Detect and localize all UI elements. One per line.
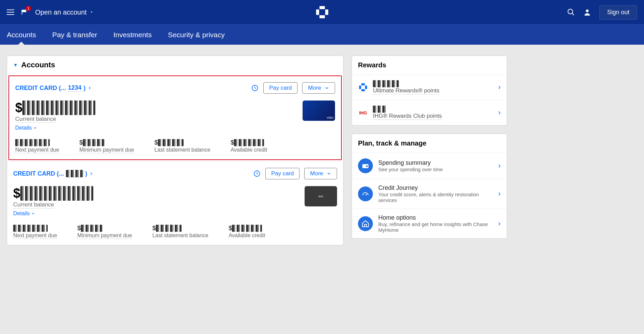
- plan-item-desc: See your spending over time: [378, 166, 493, 172]
- chase-logo-icon: [315, 5, 329, 19]
- svg-rect-11: [361, 89, 365, 91]
- chevron-right-icon: ›: [498, 83, 501, 92]
- svg-rect-1: [325, 9, 328, 15]
- svg-rect-12: [359, 86, 361, 89]
- account-last4: 1234: [68, 84, 81, 92]
- stat-next-payment: ████████ Next payment due: [13, 225, 57, 239]
- plan-item-spending[interactable]: Spending summary See your spending over …: [352, 153, 507, 179]
- account-body: $████████ Current balance Details IHG: [13, 186, 337, 217]
- current-balance-amount: $████████: [13, 186, 93, 201]
- plan-item-credit-journey[interactable]: Credit Journey Your credit score, alerts…: [352, 179, 507, 208]
- plan-item-home-options[interactable]: Home options Buy, refinance and get home…: [352, 208, 507, 238]
- more-button[interactable]: More: [304, 168, 337, 179]
- notifications-button[interactable]: 1: [21, 8, 28, 16]
- plan-text: Spending summary See your spending over …: [378, 159, 493, 172]
- chevron-right-icon: ›: [498, 108, 501, 117]
- accounts-section-title: Accounts: [21, 61, 55, 69]
- stat-available-credit: $███████ Available credit: [231, 139, 267, 153]
- nav-security-privacy[interactable]: Security & privacy: [168, 25, 225, 45]
- top-bar: 1 Open an account Sign out: [0, 0, 644, 24]
- profile-button[interactable]: [583, 8, 591, 16]
- stat-label: Last statement balance: [152, 232, 208, 239]
- card-network-label: IHG: [318, 195, 323, 198]
- account-last4: ████: [66, 170, 83, 177]
- reward-text: ███ IHG® Rewards Club points: [373, 106, 494, 120]
- account-card-1: CREDIT CARD (...1234) Pay card More: [8, 75, 342, 160]
- top-bar-left: 1 Open an account: [7, 8, 94, 16]
- balance-block: $████████ Current balance Details: [13, 186, 93, 217]
- svg-line-5: [572, 13, 574, 15]
- account-stats: ████████ Next payment due $█████ Minimum…: [15, 139, 335, 153]
- plan-item-title: Credit Journey: [378, 184, 493, 192]
- card-image: VISA: [303, 101, 335, 121]
- sign-out-button[interactable]: Sign out: [599, 5, 637, 20]
- stat-last-statement: $██████ Last statement balance: [152, 225, 208, 239]
- nav-accounts[interactable]: Accounts: [7, 25, 36, 45]
- svg-rect-0: [319, 6, 325, 9]
- chevron-down-icon: [325, 86, 329, 90]
- account-actions: Pay card More: [253, 168, 337, 179]
- account-title-suffix: ): [85, 170, 87, 177]
- stat-label: Available credit: [231, 147, 267, 153]
- stat-label: Available credit: [229, 232, 265, 239]
- chase-logo[interactable]: [315, 5, 329, 19]
- details-toggle[interactable]: Details: [13, 210, 93, 217]
- card-network-label: VISA: [327, 116, 334, 119]
- stat-label: Next payment due: [15, 147, 59, 153]
- account-card-2: CREDIT CARD (...████) Pay card More: [7, 161, 343, 245]
- open-account-link[interactable]: Open an account: [35, 8, 94, 16]
- svg-rect-2: [319, 15, 325, 18]
- details-label: Details: [13, 210, 30, 217]
- home-icon: [358, 216, 373, 231]
- account-stats: ████████ Next payment due $█████ Minimum…: [13, 225, 337, 239]
- refresh-icon: [251, 84, 259, 92]
- details-label: Details: [15, 125, 32, 131]
- open-account-label: Open an account: [35, 8, 87, 16]
- chevron-right-icon: ›: [498, 219, 501, 228]
- reward-text: ██████ Ultimate Rewards® points: [373, 80, 494, 94]
- triangle-down-icon: ▼: [13, 62, 18, 68]
- account-actions: Pay card More: [251, 82, 335, 94]
- chevron-right-icon: [89, 172, 93, 176]
- current-balance-amount: $████████: [15, 101, 95, 115]
- reward-label: Ultimate Rewards® points: [373, 87, 439, 94]
- reward-item-ihg[interactable]: IHG ███ IHG® Rewards Club points ›: [352, 100, 507, 125]
- pay-card-button[interactable]: Pay card: [263, 82, 297, 94]
- reward-item-ultimate[interactable]: ██████ Ultimate Rewards® points ›: [352, 74, 507, 100]
- accounts-panel: ▼ Accounts CREDIT CARD (...1234) Pay car…: [7, 55, 343, 245]
- refresh-button[interactable]: [251, 84, 259, 92]
- search-button[interactable]: [567, 8, 575, 16]
- account-title-link[interactable]: CREDIT CARD (...1234): [15, 84, 92, 92]
- side-column: Rewards ██████ Ultimate Rewards® points …: [352, 55, 507, 245]
- pay-card-button[interactable]: Pay card: [265, 168, 300, 179]
- nav-investments[interactable]: Investments: [113, 25, 151, 45]
- svg-rect-9: [361, 83, 365, 85]
- stat-label: Next payment due: [13, 232, 57, 239]
- card-image: IHG: [305, 186, 337, 206]
- nav-pay-transfer[interactable]: Pay & transfer: [52, 25, 97, 45]
- chevron-down-icon: [33, 126, 37, 130]
- notification-badge: 1: [26, 6, 31, 11]
- accounts-section-toggle[interactable]: ▼ Accounts: [7, 56, 343, 74]
- svg-rect-3: [316, 9, 319, 15]
- more-button[interactable]: More: [302, 82, 335, 94]
- details-toggle[interactable]: Details: [15, 125, 95, 131]
- top-bar-right: Sign out: [567, 5, 637, 20]
- content: ▼ Accounts CREDIT CARD (...1234) Pay car…: [0, 45, 514, 256]
- stat-label: Minimum payment due: [79, 147, 134, 153]
- wallet-icon: [358, 158, 373, 173]
- more-label: More: [308, 85, 321, 91]
- chase-logo-small: [358, 82, 368, 92]
- chevron-right-icon: ›: [498, 190, 501, 198]
- refresh-button[interactable]: [253, 170, 261, 177]
- account-title-link[interactable]: CREDIT CARD (...████): [13, 170, 93, 177]
- gauge-icon: [358, 186, 373, 201]
- svg-point-4: [568, 9, 573, 14]
- svg-rect-16: [364, 224, 366, 227]
- menu-button[interactable]: [7, 9, 14, 15]
- account-body: $████████ Current balance Details VISA: [15, 101, 335, 131]
- plan-text: Home options Buy, refinance and get home…: [378, 214, 493, 233]
- more-label: More: [310, 170, 323, 177]
- svg-point-6: [586, 9, 589, 12]
- chevron-down-icon: [89, 10, 94, 15]
